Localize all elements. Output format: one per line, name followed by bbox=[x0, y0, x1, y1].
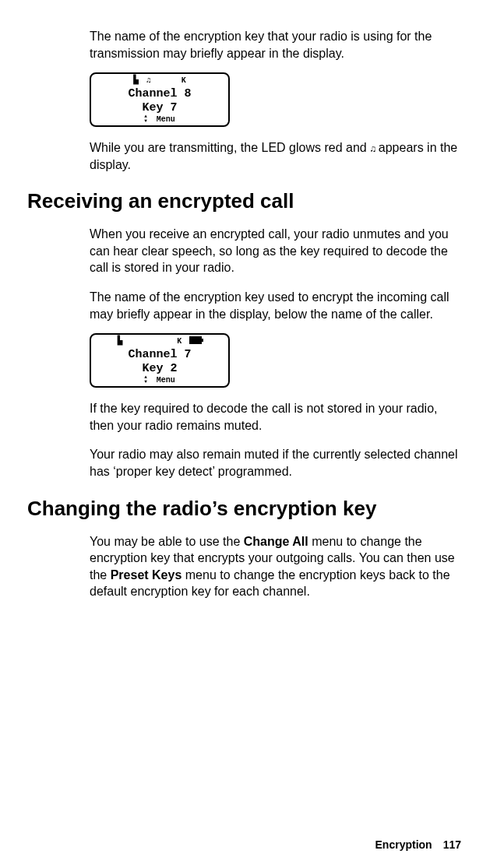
bold-text: Preset Keys bbox=[111, 568, 182, 582]
lcd-bottom-row: Menu bbox=[91, 111, 228, 125]
k-icon: K bbox=[182, 76, 186, 86]
k-icon: K bbox=[177, 336, 182, 347]
lcd-menu-label: Menu bbox=[157, 375, 175, 386]
scroll-arrows-icon bbox=[144, 375, 147, 385]
lcd-icon-row: ▙ K bbox=[91, 336, 228, 347]
lcd-icon-row: ▙ ♫ K bbox=[91, 76, 228, 86]
lcd-bottom-row: Menu bbox=[91, 371, 228, 385]
page-footer: Encryption117 bbox=[375, 838, 461, 852]
footer-section-label: Encryption bbox=[375, 838, 432, 851]
text: You may be able to use the bbox=[90, 535, 244, 548]
page: The name of the encryption key that your… bbox=[0, 0, 504, 868]
paragraph: When you receive an encrypted call, your… bbox=[90, 226, 461, 276]
paragraph: You may be able to use the Change All me… bbox=[90, 533, 461, 600]
scroll-arrows-icon bbox=[144, 114, 147, 124]
lcd-menu-label: Menu bbox=[157, 114, 175, 125]
paragraph: The name of the encryption key that your… bbox=[90, 28, 461, 61]
paragraph: While you are transmitting, the LED glow… bbox=[90, 139, 461, 173]
paragraph: Your radio may also remain muted if the … bbox=[90, 446, 461, 480]
signal-icon: ▙ bbox=[133, 76, 139, 86]
heading-changing-key: Changing the radio’s encryption key bbox=[27, 497, 461, 521]
transmit-icon: ♫ bbox=[146, 76, 150, 86]
paragraph: If the key required to decode the call i… bbox=[90, 400, 461, 434]
paragraph: The name of the encryption key used to e… bbox=[90, 289, 461, 322]
bold-text: Change All bbox=[244, 535, 308, 548]
radio-display-receive: ▙ K Channel 7 Key 2 Menu bbox=[90, 333, 230, 388]
battery-icon bbox=[189, 336, 202, 344]
signal-icon: ▙ bbox=[118, 336, 123, 347]
radio-display-transmit: ▙ ♫ K Channel 8 Key 7 Menu bbox=[90, 72, 230, 127]
heading-receiving: Receiving an encrypted call bbox=[27, 190, 461, 213]
text: While you are transmitting, the LED glow… bbox=[90, 141, 370, 154]
footer-page-number: 117 bbox=[443, 838, 461, 851]
